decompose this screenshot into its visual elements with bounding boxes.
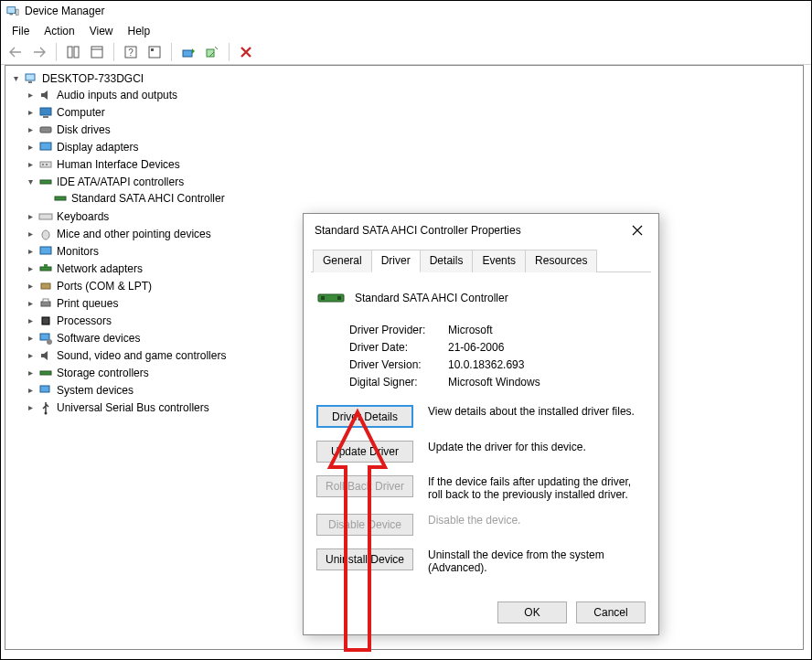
dialog-body: Standard SATA AHCI Controller Driver Pro…: [304, 272, 658, 596]
cancel-button[interactable]: Cancel: [576, 601, 646, 623]
svg-rect-18: [40, 143, 51, 150]
chevron-right-icon[interactable]: ▸: [26, 108, 35, 117]
chevron-right-icon[interactable]: ▸: [26, 299, 35, 308]
svg-point-37: [45, 411, 48, 414]
prop-date-label: Driver Date:: [349, 341, 448, 354]
svg-rect-29: [41, 283, 50, 289]
svg-rect-10: [151, 48, 154, 51]
toolbar-uninstall-device-button[interactable]: [201, 42, 223, 62]
controller-icon: [53, 191, 68, 206]
display-icon: [38, 140, 53, 154]
svg-rect-9: [149, 47, 160, 58]
toolbar-scan-hardware-button[interactable]: [144, 42, 166, 62]
disk-icon: [38, 122, 53, 137]
tree-item-label: Human Interface Devices: [57, 158, 180, 171]
main-content: ▾ DESKTOP-733DGCI ▸Audio inputs and outp…: [1, 65, 811, 659]
chevron-right-icon[interactable]: ▸: [26, 160, 35, 169]
tree-item-label: Computer: [57, 106, 105, 119]
tree-item-label: Standard SATA AHCI Controller: [71, 192, 225, 205]
chevron-right-icon[interactable]: ▸: [26, 90, 35, 100]
chevron-right-icon[interactable]: ▸: [26, 247, 35, 256]
chevron-right-icon[interactable]: ▸: [26, 316, 35, 325]
tree-item-computer[interactable]: ▸Computer: [26, 104, 797, 120]
chevron-right-icon[interactable]: ▸: [26, 351, 35, 360]
prop-provider-value: Microsoft: [448, 324, 493, 336]
toolbar-properties-button[interactable]: [86, 42, 108, 62]
device-name: Standard SATA AHCI Controller: [355, 292, 508, 304]
tab-driver[interactable]: Driver: [371, 250, 421, 272]
toolbar-show-hide-tree-button[interactable]: [62, 42, 84, 62]
toolbar-back-button: [5, 42, 27, 62]
chevron-right-icon[interactable]: ▸: [26, 368, 35, 378]
toolbar-help-button[interactable]: ?: [120, 42, 142, 62]
chevron-right-icon[interactable]: ▸: [26, 386, 35, 395]
menu-help[interactable]: Help: [121, 23, 158, 37]
tab-details[interactable]: Details: [420, 250, 474, 272]
usb-icon: [38, 400, 53, 415]
hid-icon: [38, 157, 53, 172]
tree-root-label: DESKTOP-733DGCI: [42, 72, 144, 85]
tree-item-label: IDE ATA/ATAPI controllers: [57, 176, 184, 188]
close-button[interactable]: [625, 221, 649, 240]
printer-icon: [38, 296, 53, 311]
svg-rect-23: [55, 197, 66, 200]
chevron-right-icon[interactable]: ▸: [26, 229, 35, 239]
tab-events[interactable]: Events: [472, 250, 526, 272]
computer-icon: [24, 71, 38, 86]
tab-resources[interactable]: Resources: [525, 250, 597, 272]
driver-details-desc: View details about the installed driver …: [428, 405, 646, 418]
ok-button[interactable]: OK: [497, 601, 567, 623]
tree-item-label: Ports (COM & LPT): [57, 280, 152, 293]
chevron-right-icon[interactable]: ▸: [26, 282, 35, 291]
dialog-title: Standard SATA AHCI Controller Properties: [315, 224, 521, 237]
tree-item-display[interactable]: ▸Display adapters: [26, 139, 797, 154]
svg-rect-33: [40, 334, 49, 340]
update-driver-button[interactable]: Update Driver: [316, 441, 413, 463]
menu-action[interactable]: Action: [37, 23, 81, 37]
tree-root[interactable]: ▾ DESKTOP-733DGCI: [11, 70, 797, 86]
tree-item-label: Network adapters: [57, 262, 143, 275]
prop-date-value: 21-06-2006: [448, 341, 504, 354]
tree-item-hid[interactable]: ▸Human Interface Devices: [26, 156, 797, 172]
monitor-icon: [38, 244, 53, 259]
chevron-right-icon[interactable]: ▸: [26, 125, 35, 134]
prop-signer-value: Microsoft Windows: [448, 376, 540, 389]
driver-details-button[interactable]: Driver Details: [316, 405, 413, 428]
svg-rect-16: [43, 116, 48, 118]
svg-rect-0: [7, 7, 16, 14]
svg-rect-3: [68, 47, 72, 58]
tree-item-label: Print queues: [57, 297, 118, 310]
uninstall-device-button[interactable]: Uninstall Device: [316, 548, 413, 570]
network-icon: [38, 261, 53, 276]
chevron-right-icon[interactable]: ▸: [26, 334, 35, 343]
tree-item-ide[interactable]: ▾IDE ATA/ATAPI controllers: [26, 174, 797, 189]
tree-item-label: Universal Serial Bus controllers: [57, 401, 209, 414]
tree-item-disk[interactable]: ▸Disk drives: [26, 122, 797, 137]
tree-item-label: Disk drives: [57, 123, 111, 136]
toolbar-update-driver-button[interactable]: [177, 42, 199, 62]
window-title: Device Manager: [25, 5, 104, 17]
software-icon: [38, 331, 53, 346]
tree-item-audio[interactable]: ▸Audio inputs and outputs: [26, 87, 797, 102]
menu-view[interactable]: View: [82, 23, 121, 37]
tree-item-sata-controller[interactable]: ▸Standard SATA AHCI Controller: [40, 190, 797, 206]
chevron-right-icon[interactable]: ▸: [26, 403, 35, 412]
chevron-down-icon[interactable]: ▾: [26, 177, 35, 186]
prop-provider-label: Driver Provider:: [349, 324, 448, 336]
menu-bar: File Action View Help: [1, 21, 811, 39]
chevron-down-icon[interactable]: ▾: [11, 74, 20, 83]
svg-rect-5: [91, 47, 102, 58]
keyboard-icon: [38, 209, 53, 224]
svg-rect-31: [43, 299, 48, 302]
monitor-icon: [38, 105, 53, 120]
chevron-right-icon[interactable]: ▸: [26, 212, 35, 221]
tab-general[interactable]: General: [313, 250, 372, 272]
chevron-right-icon[interactable]: ▸: [26, 143, 35, 152]
menu-file[interactable]: File: [5, 23, 37, 37]
tree-item-label: Storage controllers: [57, 367, 149, 379]
tree-item-label: Mice and other pointing devices: [57, 228, 211, 240]
toolbar-disable-device-button[interactable]: [235, 42, 257, 62]
chevron-right-icon[interactable]: ▸: [26, 264, 35, 273]
uninstall-device-desc: Uninstall the device from the system (Ad…: [428, 548, 646, 574]
dialog-titlebar[interactable]: Standard SATA AHCI Controller Properties: [304, 214, 658, 245]
